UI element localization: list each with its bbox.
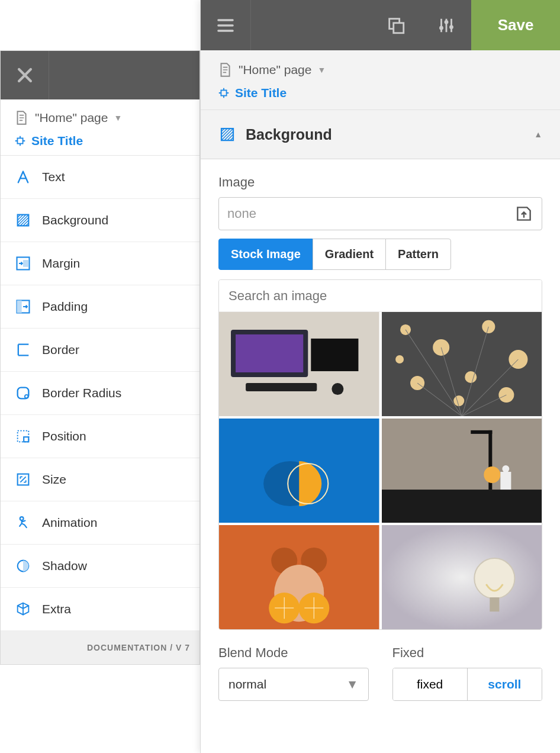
section-header[interactable]: Background ▲ bbox=[201, 110, 560, 159]
position-icon bbox=[15, 428, 31, 445]
section-body: Image none Stock Image Gradient Pattern bbox=[201, 159, 560, 701]
prop-item-size[interactable]: Size bbox=[1, 458, 199, 501]
breadcrumb-page[interactable]: "Home" page ▼ bbox=[217, 62, 543, 78]
prop-item-animation[interactable]: Animation bbox=[1, 501, 199, 545]
upload-icon[interactable] bbox=[514, 204, 533, 223]
right-panel: Save "Home" page ▼ Site Title Background… bbox=[200, 0, 560, 753]
image-source-tabs: Stock Image Gradient Pattern bbox=[218, 239, 542, 270]
copy-button[interactable] bbox=[371, 0, 421, 50]
extra-icon bbox=[15, 601, 31, 617]
chevron-down-icon: ▼ bbox=[346, 677, 359, 691]
svg-rect-0 bbox=[17, 138, 22, 143]
svg-point-15 bbox=[444, 20, 448, 24]
prop-item-shadow[interactable]: Shadow bbox=[1, 545, 199, 588]
stock-thumbnail[interactable] bbox=[382, 312, 542, 416]
sliders-icon bbox=[436, 15, 456, 36]
svg-point-31 bbox=[498, 387, 514, 403]
svg-rect-48 bbox=[500, 472, 511, 490]
svg-rect-5 bbox=[18, 388, 29, 399]
prop-item-padding[interactable]: Padding bbox=[1, 285, 199, 329]
svg-rect-7 bbox=[18, 431, 29, 442]
border-radius-icon bbox=[15, 385, 31, 401]
svg-rect-4 bbox=[17, 301, 22, 313]
stock-thumbnail[interactable] bbox=[219, 525, 379, 629]
image-label: Image bbox=[218, 175, 542, 190]
close-icon bbox=[15, 65, 35, 85]
prop-item-position[interactable]: Position bbox=[1, 415, 199, 458]
prop-item-background[interactable]: Background bbox=[1, 199, 199, 242]
fixed-option[interactable]: fixed bbox=[393, 668, 467, 700]
svg-rect-8 bbox=[24, 437, 28, 442]
prop-label: Border bbox=[42, 343, 79, 357]
scroll-option[interactable]: scroll bbox=[467, 668, 542, 700]
image-input[interactable]: none bbox=[218, 197, 542, 230]
target-icon bbox=[14, 134, 27, 147]
prop-item-margin[interactable]: Margin bbox=[1, 242, 199, 285]
prop-item-border[interactable]: Border bbox=[1, 329, 199, 372]
blend-value: normal bbox=[228, 677, 266, 691]
hamburger-icon bbox=[215, 15, 236, 36]
animation-icon bbox=[15, 514, 31, 531]
page-icon bbox=[217, 62, 233, 78]
svg-point-33 bbox=[453, 395, 464, 406]
tab-gradient[interactable]: Gradient bbox=[313, 239, 386, 270]
svg-rect-46 bbox=[471, 430, 492, 434]
prop-item-extra[interactable]: Extra bbox=[1, 588, 199, 631]
right-topbar: Save bbox=[201, 0, 560, 50]
fixed-label: Fixed bbox=[392, 645, 543, 661]
breadcrumb-site-label: Site Title bbox=[235, 86, 287, 100]
svg-point-6 bbox=[25, 395, 28, 398]
background-icon bbox=[15, 212, 31, 229]
breadcrumb-site[interactable]: Site Title bbox=[217, 86, 543, 100]
svg-point-27 bbox=[482, 320, 495, 333]
padding-icon bbox=[15, 298, 31, 315]
text-icon bbox=[15, 169, 31, 185]
blend-mode-select[interactable]: normal ▼ bbox=[218, 668, 369, 701]
svg-rect-17 bbox=[221, 90, 226, 95]
stock-thumbnail[interactable] bbox=[382, 525, 542, 629]
tab-stock-image[interactable]: Stock Image bbox=[218, 239, 313, 270]
svg-rect-13 bbox=[393, 22, 403, 33]
breadcrumb-page[interactable]: "Home" page ▼ bbox=[14, 110, 186, 125]
stock-thumbnail[interactable] bbox=[219, 312, 379, 416]
image-value: none bbox=[227, 206, 514, 221]
right-breadcrumb: "Home" page ▼ Site Title bbox=[201, 50, 560, 110]
close-button[interactable] bbox=[1, 51, 49, 99]
background-icon bbox=[218, 125, 236, 143]
search-input[interactable] bbox=[219, 280, 542, 312]
page-icon bbox=[14, 110, 29, 125]
svg-point-10 bbox=[20, 517, 24, 520]
svg-rect-20 bbox=[236, 334, 303, 372]
property-list: Text Background Margin Padding Border Bo… bbox=[1, 156, 199, 631]
copy-icon bbox=[386, 15, 406, 36]
svg-point-29 bbox=[410, 376, 424, 390]
left-panel: "Home" page ▼ Site Title Text Background… bbox=[0, 50, 200, 665]
stock-thumbnail[interactable] bbox=[219, 419, 379, 523]
save-label: Save bbox=[498, 16, 534, 34]
blend-label: Blend Mode bbox=[218, 645, 369, 661]
svg-rect-44 bbox=[382, 490, 542, 523]
svg-point-32 bbox=[395, 355, 404, 363]
prop-item-border-radius[interactable]: Border Radius bbox=[1, 372, 199, 415]
svg-rect-62 bbox=[490, 597, 499, 612]
fixed-toggle: fixed scroll bbox=[392, 668, 543, 701]
border-icon bbox=[15, 342, 31, 358]
prop-label: Size bbox=[42, 472, 66, 487]
section-title: Background bbox=[246, 126, 524, 143]
tab-pattern[interactable]: Pattern bbox=[385, 239, 451, 270]
menu-button[interactable] bbox=[201, 0, 251, 50]
svg-rect-60 bbox=[382, 525, 542, 629]
settings-button[interactable] bbox=[421, 0, 471, 50]
svg-point-61 bbox=[474, 558, 514, 598]
target-icon bbox=[217, 86, 230, 99]
breadcrumb-site[interactable]: Site Title bbox=[14, 134, 186, 148]
svg-point-14 bbox=[439, 25, 443, 30]
controls-row: Blend Mode normal ▼ Fixed fixed scroll bbox=[218, 645, 542, 701]
prop-item-text[interactable]: Text bbox=[1, 156, 199, 199]
margin-icon bbox=[15, 255, 31, 272]
stock-thumbnail[interactable] bbox=[382, 419, 542, 523]
svg-rect-22 bbox=[246, 383, 317, 391]
shadow-icon bbox=[15, 558, 31, 574]
save-button[interactable]: Save bbox=[471, 0, 560, 50]
fixed-control: Fixed fixed scroll bbox=[392, 645, 543, 701]
